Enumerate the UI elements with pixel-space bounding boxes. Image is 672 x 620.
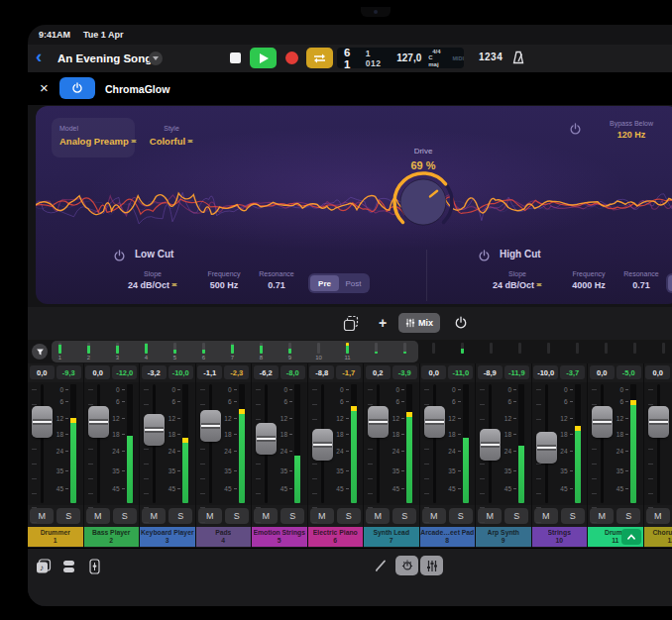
stop-button[interactable] [224, 48, 246, 68]
track-name-band[interactable]: Drummer 1 [28, 527, 83, 547]
level-control[interactable]: Level 0.0 [660, 120, 672, 140]
solo-button[interactable]: S [616, 508, 640, 524]
close-icon[interactable]: × [40, 79, 49, 96]
mixer-power-button[interactable] [452, 313, 470, 333]
song-title-disclosure-icon[interactable] [149, 52, 163, 65]
mix-view-button[interactable]: Mix [398, 313, 440, 333]
fader-handle[interactable] [592, 406, 613, 438]
channel-strip-inspector-button[interactable] [88, 559, 101, 578]
solo-button[interactable]: S [504, 508, 528, 524]
cells-button[interactable]: ♪ [36, 559, 53, 578]
peak-db-value[interactable]: -3,7 [560, 365, 585, 379]
metronome-button[interactable] [510, 50, 526, 69]
low-cut-slope[interactable]: Slope 24 dB/Oct [125, 270, 180, 290]
low-cut-frequency[interactable]: Frequency 500 Hz [196, 270, 252, 290]
high-cut-frequency[interactable]: Frequency 4000 Hz [561, 270, 616, 290]
track-stacks-button[interactable] [61, 559, 76, 578]
low-cut-power-button[interactable] [113, 249, 126, 266]
fader-db-value: -10,0 [533, 365, 558, 379]
track-name-band[interactable]: Emotion Strings 5 [252, 527, 307, 547]
drive-knob[interactable] [389, 167, 458, 237]
track-name-band[interactable]: Keyboard Player 3 [140, 527, 195, 547]
solo-button[interactable]: S [561, 508, 585, 524]
low-cut-pre-post-switch[interactable]: Pre Post [308, 273, 370, 293]
back-icon[interactable]: ‹ [36, 46, 42, 67]
plugin-power-button[interactable] [59, 77, 95, 99]
solo-button[interactable]: S [449, 508, 473, 524]
solo-button[interactable]: S [113, 508, 137, 524]
solo-button[interactable]: S [168, 508, 192, 524]
fader-handle[interactable] [144, 414, 165, 446]
solo-button[interactable]: S [337, 508, 361, 524]
fader-handle[interactable] [88, 406, 109, 438]
fader-tick [424, 449, 429, 450]
peak-db-value[interactable]: -2,3 [224, 365, 249, 379]
navigator-channel-number: 10 [312, 355, 326, 361]
count-in-button[interactable]: 1234 [479, 52, 503, 62]
peak-db-value[interactable]: -11,9 [504, 365, 529, 379]
peak-db-value[interactable]: -12,0 [112, 365, 137, 379]
mixer-navigator[interactable]: 1234567891011 [28, 340, 672, 363]
fader-handle[interactable] [32, 406, 53, 438]
peak-db-value[interactable]: -10,0 [168, 365, 193, 379]
peak-db-value[interactable]: -5,0 [616, 365, 641, 379]
filter-button[interactable] [32, 344, 48, 360]
fader-db-value: 0,0 [590, 365, 615, 379]
record-button[interactable] [280, 48, 302, 68]
track-name-band[interactable]: Pads 4 [196, 527, 252, 547]
pencil-tool-button[interactable] [374, 559, 388, 576]
high-cut-resonance[interactable]: Resonance 0.71 [616, 270, 666, 290]
smart-controls-button[interactable] [395, 556, 418, 575]
fader-handle[interactable] [424, 406, 445, 438]
fader-handle[interactable] [312, 429, 333, 461]
cycle-button[interactable] [306, 48, 333, 68]
mixer-view-button[interactable] [420, 556, 443, 575]
add-plugin-button[interactable]: + [375, 313, 391, 333]
track-name-band[interactable]: Strings 10 [532, 527, 588, 547]
pre-segment[interactable]: Pre [310, 275, 339, 291]
peak-db-value[interactable]: -11,0 [448, 365, 473, 379]
lcd-display[interactable]: 6 1 1 012 127,0 4/4 C maj MIDI [337, 48, 464, 68]
track-name-band[interactable]: Bass Player 2 [84, 527, 140, 547]
track-name-band[interactable]: Synth Lead 7 [364, 527, 419, 547]
scale-tick [346, 451, 349, 452]
post-segment[interactable]: Post [339, 275, 368, 291]
high-cut-pre-post-switch[interactable]: Pre Post [666, 273, 672, 293]
peak-db-value[interactable]: -9,3 [56, 365, 81, 379]
high-cut-power-button[interactable] [478, 249, 491, 266]
fader-tick [592, 449, 597, 450]
model-selector[interactable]: Model Analog Preamp [52, 118, 135, 157]
play-button[interactable] [250, 48, 277, 68]
fader-handle[interactable] [368, 406, 389, 438]
solo-button[interactable]: S [280, 508, 304, 524]
peak-db-value[interactable]: -8,0 [280, 365, 305, 379]
fader-handle[interactable] [536, 432, 557, 464]
peak-db-value[interactable]: -1,7 [336, 365, 361, 379]
fader-handle[interactable] [256, 423, 277, 455]
channel-strip: -8,8 -1,7 0 6 12 18 24 35 45 M S [308, 363, 364, 548]
solo-button[interactable]: S [56, 508, 80, 524]
style-selector[interactable]: Style Colorful [139, 118, 204, 157]
solo-button[interactable]: S [225, 508, 249, 524]
track-name-band[interactable]: Electric Piano 6 [308, 527, 364, 547]
low-cut-resonance[interactable]: Resonance 0.71 [252, 270, 301, 290]
bypass-power-button[interactable] [569, 122, 582, 140]
song-title[interactable]: An Evening Song [57, 52, 152, 64]
bypass-below-control[interactable]: Bypass Below 120 Hz [597, 120, 666, 140]
navigator-meter [662, 343, 665, 354]
fader-handle[interactable] [200, 410, 221, 442]
track-name-band[interactable]: Chorus Voc 12 [644, 527, 672, 547]
stack-expand-button[interactable] [621, 529, 641, 545]
high-cut-slope[interactable]: Slope 24 dB/Oct [490, 270, 545, 290]
fader-tick [536, 419, 541, 420]
fader-handle[interactable] [480, 429, 501, 461]
peak-db-value[interactable]: -3,9 [392, 365, 417, 379]
scale-tick [234, 389, 237, 390]
duplicate-button[interactable] [340, 313, 362, 333]
fader-handle[interactable] [648, 406, 669, 438]
solo-button[interactable]: S [392, 508, 416, 524]
track-name-band[interactable]: Drums 11 [588, 527, 643, 547]
track-name-band[interactable]: Arcade…eet Pad 8 [420, 527, 476, 547]
track-name-band[interactable]: Arp Synth 9 [476, 527, 531, 547]
pre-segment[interactable]: Pre [668, 275, 672, 291]
